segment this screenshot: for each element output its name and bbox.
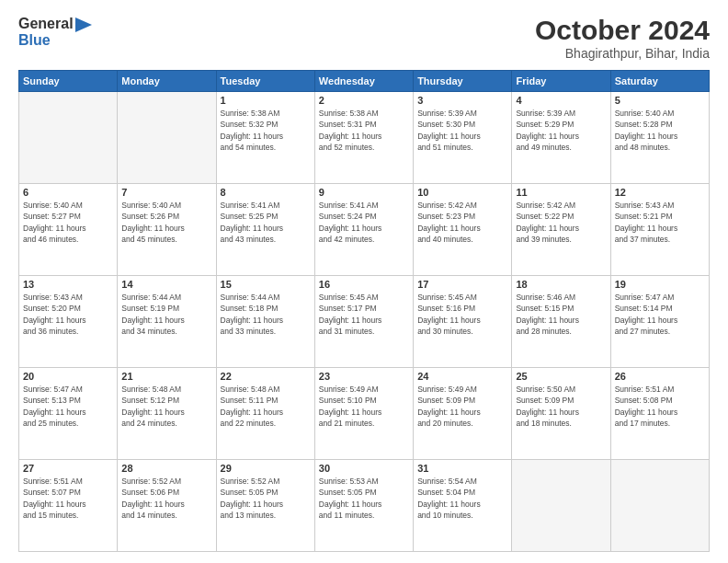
sunset-label: Sunset: 5:10 PM: [319, 396, 377, 405]
day-number: 6: [23, 187, 113, 198]
week-row-4: 20 Sunrise: 5:47 AM Sunset: 5:13 PM Dayl…: [19, 368, 710, 460]
table-cell: [512, 460, 610, 552]
daylight-minutes: and 45 minutes.: [121, 235, 176, 244]
logo: General Blue: [18, 15, 92, 49]
sunset-label: Sunset: 5:04 PM: [417, 488, 475, 497]
table-cell: 4 Sunrise: 5:39 AM Sunset: 5:29 PM Dayli…: [512, 92, 610, 184]
day-number: 22: [221, 371, 311, 382]
daylight-label: Daylight: 11 hours: [417, 316, 481, 325]
day-number: 31: [417, 463, 507, 474]
sunrise-label: Sunrise: 5:41 AM: [319, 201, 379, 210]
sunrise-label: Sunrise: 5:44 AM: [121, 293, 181, 302]
sunset-label: Sunset: 5:09 PM: [417, 396, 475, 405]
daylight-label: Daylight: 11 hours: [221, 316, 284, 325]
daylight-minutes: and 46 minutes.: [23, 235, 78, 244]
cell-info: Sunrise: 5:38 AM Sunset: 5:31 PM Dayligh…: [319, 108, 409, 153]
day-number: 25: [516, 371, 606, 382]
day-number: 13: [23, 279, 113, 290]
table-cell: 25 Sunrise: 5:50 AM Sunset: 5:09 PM Dayl…: [512, 368, 610, 460]
day-number: 10: [417, 187, 507, 198]
daylight-label: Daylight: 11 hours: [23, 224, 86, 233]
daylight-minutes: and 10 minutes.: [417, 511, 472, 520]
daylight-label: Daylight: 11 hours: [221, 132, 284, 141]
daylight-minutes: and 33 minutes.: [221, 327, 276, 336]
day-number: 24: [417, 371, 507, 382]
daylight-label: Daylight: 11 hours: [23, 500, 86, 509]
sunset-label: Sunset: 5:29 PM: [516, 120, 574, 129]
sunrise-label: Sunrise: 5:52 AM: [121, 477, 181, 486]
daylight-label: Daylight: 11 hours: [221, 408, 284, 417]
sunset-label: Sunset: 5:31 PM: [319, 120, 377, 129]
sunset-label: Sunset: 5:25 PM: [221, 212, 279, 221]
day-number: 3: [417, 95, 507, 106]
daylight-label: Daylight: 11 hours: [319, 132, 382, 141]
table-cell: 28 Sunrise: 5:52 AM Sunset: 5:06 PM Dayl…: [118, 460, 216, 552]
sunset-label: Sunset: 5:22 PM: [516, 212, 574, 221]
table-cell: 2 Sunrise: 5:38 AM Sunset: 5:31 PM Dayli…: [314, 92, 413, 184]
cell-info: Sunrise: 5:39 AM Sunset: 5:29 PM Dayligh…: [516, 108, 606, 153]
table-cell: 7 Sunrise: 5:40 AM Sunset: 5:26 PM Dayli…: [118, 184, 216, 276]
sunset-label: Sunset: 5:27 PM: [23, 212, 81, 221]
day-number: 8: [221, 187, 311, 198]
daylight-minutes: and 48 minutes.: [615, 143, 670, 152]
table-cell: 17 Sunrise: 5:45 AM Sunset: 5:16 PM Dayl…: [414, 276, 512, 368]
table-cell: 13 Sunrise: 5:43 AM Sunset: 5:20 PM Dayl…: [19, 276, 118, 368]
sunset-label: Sunset: 5:26 PM: [121, 212, 179, 221]
daylight-minutes: and 22 minutes.: [221, 419, 276, 428]
month-title: October 2024: [535, 15, 710, 46]
daylight-minutes: and 30 minutes.: [417, 327, 472, 336]
sunset-label: Sunset: 5:13 PM: [23, 396, 81, 405]
daylight-minutes: and 13 minutes.: [221, 511, 276, 520]
daylight-label: Daylight: 11 hours: [121, 500, 185, 509]
sunset-label: Sunset: 5:11 PM: [221, 396, 279, 405]
calendar-table: Sunday Monday Tuesday Wednesday Thursday…: [18, 70, 710, 552]
sunset-label: Sunset: 5:20 PM: [23, 304, 81, 313]
cell-info: Sunrise: 5:39 AM Sunset: 5:30 PM Dayligh…: [417, 108, 507, 153]
sunset-label: Sunset: 5:19 PM: [121, 304, 179, 313]
sunset-label: Sunset: 5:06 PM: [121, 488, 179, 497]
sunrise-label: Sunrise: 5:42 AM: [516, 201, 575, 210]
sunrise-label: Sunrise: 5:51 AM: [23, 477, 83, 486]
daylight-label: Daylight: 11 hours: [319, 408, 382, 417]
col-monday: Monday: [118, 71, 216, 92]
col-wednesday: Wednesday: [314, 71, 413, 92]
cell-info: Sunrise: 5:42 AM Sunset: 5:22 PM Dayligh…: [516, 200, 606, 245]
day-number: 4: [516, 95, 606, 106]
sunrise-label: Sunrise: 5:54 AM: [417, 477, 477, 486]
sunset-label: Sunset: 5:18 PM: [221, 304, 279, 313]
sunset-label: Sunset: 5:07 PM: [23, 488, 81, 497]
table-cell: 1 Sunrise: 5:38 AM Sunset: 5:32 PM Dayli…: [216, 92, 314, 184]
cell-info: Sunrise: 5:49 AM Sunset: 5:10 PM Dayligh…: [319, 384, 409, 429]
sunrise-label: Sunrise: 5:51 AM: [615, 385, 675, 394]
page: General Blue October 2024 Bhagirathpur, …: [0, 0, 728, 563]
week-row-2: 6 Sunrise: 5:40 AM Sunset: 5:27 PM Dayli…: [19, 184, 710, 276]
cell-info: Sunrise: 5:43 AM Sunset: 5:21 PM Dayligh…: [615, 200, 705, 245]
cell-info: Sunrise: 5:38 AM Sunset: 5:32 PM Dayligh…: [221, 108, 311, 153]
sunrise-label: Sunrise: 5:39 AM: [417, 109, 477, 118]
table-cell: 12 Sunrise: 5:43 AM Sunset: 5:21 PM Dayl…: [610, 184, 709, 276]
day-number: 11: [516, 187, 606, 198]
cell-info: Sunrise: 5:46 AM Sunset: 5:15 PM Dayligh…: [516, 292, 606, 337]
table-cell: 20 Sunrise: 5:47 AM Sunset: 5:13 PM Dayl…: [19, 368, 118, 460]
day-number: 27: [23, 463, 113, 474]
sunrise-label: Sunrise: 5:52 AM: [221, 477, 280, 486]
daylight-minutes: and 36 minutes.: [23, 327, 78, 336]
table-cell: 18 Sunrise: 5:46 AM Sunset: 5:15 PM Dayl…: [512, 276, 610, 368]
daylight-label: Daylight: 11 hours: [319, 224, 382, 233]
daylight-label: Daylight: 11 hours: [417, 132, 481, 141]
cell-info: Sunrise: 5:54 AM Sunset: 5:04 PM Dayligh…: [417, 476, 507, 521]
table-cell: 19 Sunrise: 5:47 AM Sunset: 5:14 PM Dayl…: [610, 276, 709, 368]
table-cell: 22 Sunrise: 5:48 AM Sunset: 5:11 PM Dayl…: [216, 368, 314, 460]
daylight-label: Daylight: 11 hours: [615, 316, 678, 325]
daylight-label: Daylight: 11 hours: [516, 408, 579, 417]
daylight-minutes: and 34 minutes.: [121, 327, 176, 336]
col-thursday: Thursday: [414, 71, 512, 92]
daylight-minutes: and 15 minutes.: [23, 511, 78, 520]
daylight-minutes: and 14 minutes.: [121, 511, 176, 520]
table-cell: 10 Sunrise: 5:42 AM Sunset: 5:23 PM Dayl…: [414, 184, 512, 276]
table-cell: 9 Sunrise: 5:41 AM Sunset: 5:24 PM Dayli…: [314, 184, 413, 276]
table-cell: 24 Sunrise: 5:49 AM Sunset: 5:09 PM Dayl…: [414, 368, 512, 460]
daylight-label: Daylight: 11 hours: [319, 316, 382, 325]
cell-info: Sunrise: 5:45 AM Sunset: 5:17 PM Dayligh…: [319, 292, 409, 337]
sunrise-label: Sunrise: 5:49 AM: [417, 385, 477, 394]
